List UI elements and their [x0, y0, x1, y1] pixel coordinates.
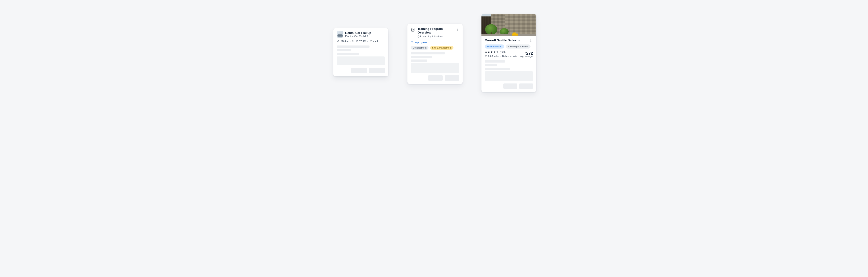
rental-time: 13:07 PM [356, 40, 366, 43]
price: $272 avg. per night [520, 51, 533, 58]
leaf-icon [337, 40, 339, 43]
ghost-button[interactable] [503, 83, 517, 89]
price-value: 272 [526, 51, 533, 55]
clock-icon [352, 40, 354, 43]
rental-subtitle: Electric Car Model 3 [345, 35, 371, 38]
rental-card[interactable]: Rental Car Pickup Electric Car Model 3 2… [333, 28, 388, 76]
rental-eta: 4 min [373, 40, 379, 43]
ghost-button[interactable] [445, 75, 459, 81]
action-row [333, 65, 388, 76]
star-icons [485, 51, 499, 53]
hotel-chips: Most Preferred E-Receipts Enabled [485, 45, 533, 49]
status-label: In progress [414, 41, 427, 44]
hotel-city: Bellevue, WA [502, 55, 517, 58]
clock-icon [411, 41, 413, 44]
review-count: (200) [500, 51, 505, 53]
chip-most-preferred[interactable]: Most Preferred [485, 45, 504, 49]
training-chips: Development Skill Enhancement [407, 46, 463, 52]
skeleton-panel [485, 71, 533, 81]
skeleton-lines [482, 58, 536, 70]
action-row [482, 81, 536, 92]
skeleton-panel [411, 63, 459, 73]
more-menu-button[interactable] [456, 27, 460, 31]
ghost-button[interactable] [351, 68, 367, 73]
route-icon [369, 40, 372, 43]
star-full-icon [485, 51, 487, 53]
hotel-location: 0.69 miles • Bellevue, WA [485, 55, 517, 58]
chip-skill-enhancement[interactable]: Skill Enhancement [430, 46, 454, 50]
training-subtitle: Q4 Learning Initiatives [417, 35, 453, 38]
rental-meta: 228 km • 13:07 PM • 4 min [333, 40, 388, 45]
hotel-distance: 0.69 miles [488, 55, 499, 58]
training-status: In progress [407, 39, 463, 46]
star-full-icon [490, 51, 493, 53]
action-row [407, 73, 463, 84]
svg-point-2 [371, 40, 372, 40]
pin-icon [485, 55, 487, 58]
bookmark-button[interactable] [529, 38, 533, 43]
hotel-image [482, 14, 536, 36]
svg-point-1 [370, 41, 370, 42]
rental-distance: 228 km [341, 40, 348, 43]
skeleton-lines [407, 52, 463, 62]
star-full-icon [488, 51, 490, 53]
hotel-name: Marriott Seattle Bellevue [485, 38, 520, 42]
training-header: Training Program Overview Q4 Learning In… [407, 24, 463, 39]
chip-ereceipts[interactable]: E-Receipts Enabled [506, 45, 530, 49]
skeleton-panel [337, 56, 385, 65]
training-card[interactable]: Training Program Overview Q4 Learning In… [407, 24, 463, 84]
star-empty-icon [496, 51, 499, 53]
chip-development[interactable]: Development [411, 46, 429, 50]
price-sub: avg. per night [520, 55, 533, 58]
document-icon [411, 27, 415, 32]
training-title: Training Program Overview [417, 27, 453, 34]
ghost-button[interactable] [428, 75, 443, 81]
hotel-card[interactable]: Marriott Seattle Bellevue Most Preferred… [482, 14, 536, 92]
star-half-icon [493, 51, 496, 53]
currency: $ [525, 51, 526, 54]
rental-header: Rental Car Pickup Electric Car Model 3 [333, 28, 388, 40]
car-thumbnail [337, 31, 343, 37]
skeleton-lines [333, 45, 388, 55]
ghost-button[interactable] [519, 83, 533, 89]
rental-title: Rental Car Pickup [345, 31, 371, 35]
ghost-button[interactable] [369, 68, 385, 73]
svg-point-4 [486, 55, 486, 56]
